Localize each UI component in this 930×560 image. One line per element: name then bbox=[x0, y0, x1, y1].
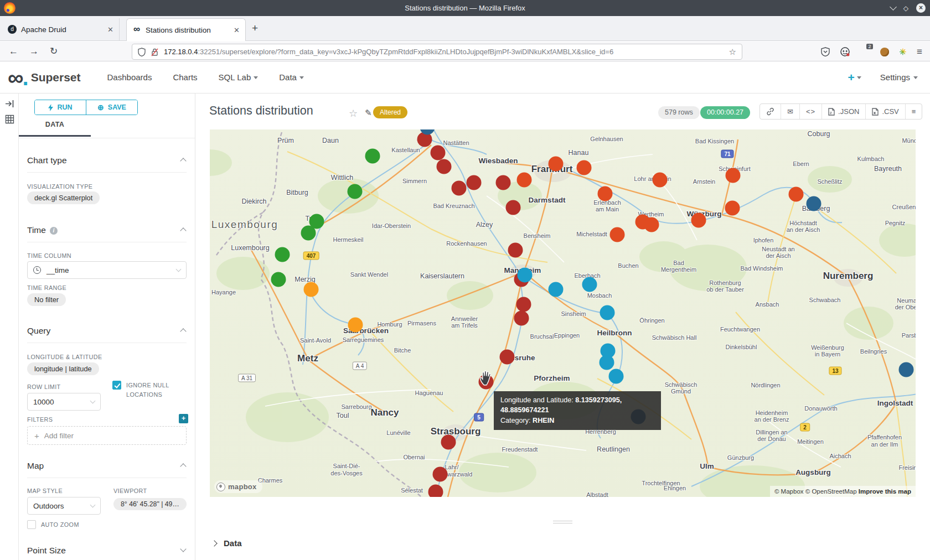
map-data-point-main[interactable] bbox=[577, 160, 592, 175]
section-chart-type[interactable]: Chart type bbox=[27, 155, 187, 173]
map-data-point-main[interactable] bbox=[653, 173, 668, 188]
ignore-null-checkbox[interactable] bbox=[112, 381, 121, 390]
map-data-point-rhein[interactable] bbox=[433, 467, 448, 482]
map-data-point-mosel[interactable] bbox=[301, 226, 316, 241]
lonlat-value[interactable]: longitude | latitude bbox=[27, 362, 99, 375]
section-point-size[interactable]: Point Size bbox=[27, 546, 187, 560]
tab-close-icon[interactable]: ✕ bbox=[234, 26, 240, 34]
run-button[interactable]: RUN bbox=[35, 100, 86, 115]
map-data-point-mosel[interactable] bbox=[348, 184, 363, 199]
map-data-point-main[interactable] bbox=[549, 157, 564, 172]
section-map[interactable]: Map bbox=[27, 461, 187, 478]
forward-button[interactable]: → bbox=[29, 46, 39, 57]
tab-apache-druid[interactable]: d Apache Druid ✕ bbox=[2, 18, 120, 40]
map-data-point-donau[interactable] bbox=[899, 362, 914, 377]
row-limit-select[interactable]: 10000 bbox=[27, 393, 101, 411]
map-data-point-rhein[interactable] bbox=[516, 297, 531, 312]
cookie-extension-icon[interactable] bbox=[880, 48, 889, 56]
map-data-point-saar[interactable] bbox=[348, 318, 363, 333]
viewport-value[interactable]: 8° 46' 45.28" | 49… bbox=[113, 498, 187, 510]
map-data-point-main[interactable] bbox=[598, 186, 613, 201]
map-data-point-main[interactable] bbox=[726, 168, 741, 183]
map-data-point-rhein[interactable] bbox=[437, 159, 452, 174]
colorful-extension-icon[interactable]: ✳ bbox=[900, 47, 907, 57]
map-data-point-saar[interactable] bbox=[304, 282, 319, 297]
map-data-point-main[interactable] bbox=[691, 213, 706, 228]
embed-code-button[interactable]: <> bbox=[799, 104, 822, 119]
new-tab-button[interactable]: + bbox=[252, 23, 258, 33]
insecure-lock-icon[interactable] bbox=[151, 48, 159, 56]
ublock-icon[interactable]: 2 bbox=[860, 47, 870, 57]
window-close-icon[interactable]: × bbox=[916, 3, 926, 13]
tab-close-icon[interactable]: ✕ bbox=[107, 25, 113, 34]
altered-badge[interactable]: Altered bbox=[373, 106, 407, 118]
map-data-point-mosel[interactable] bbox=[365, 149, 380, 164]
settings-menu[interactable]: Settings bbox=[880, 72, 918, 82]
window-minimize-icon[interactable] bbox=[890, 3, 897, 11]
add-filter-plus-button[interactable]: + bbox=[179, 414, 188, 423]
map-data-point-neckar[interactable] bbox=[600, 305, 615, 320]
export-json-button[interactable]: .JSON bbox=[822, 104, 865, 119]
reload-button[interactable]: ↻ bbox=[50, 45, 58, 57]
deckgl-scatter-map[interactable]: PrümDaunNastättenGelnhausenHanauBad Kiss… bbox=[210, 129, 916, 497]
nav-dashboards[interactable]: Dashboards bbox=[107, 72, 152, 82]
map-data-point-rhein[interactable] bbox=[467, 175, 482, 190]
map-data-point-neckar[interactable] bbox=[582, 277, 597, 292]
tab-data[interactable]: DATA bbox=[19, 118, 91, 137]
nav-sql-lab[interactable]: SQL Lab bbox=[219, 72, 259, 82]
map-data-point-main[interactable] bbox=[789, 187, 804, 202]
chart-menu-button[interactable]: ≡ bbox=[905, 104, 922, 119]
add-new-button[interactable]: + bbox=[848, 71, 861, 84]
window-maximize-icon[interactable]: ◇ bbox=[903, 5, 908, 12]
nav-charts[interactable]: Charts bbox=[173, 72, 197, 82]
save-button[interactable]: ⊕ SAVE bbox=[86, 100, 137, 115]
collapse-panel-icon[interactable] bbox=[5, 99, 14, 108]
map-data-point-main[interactable] bbox=[610, 227, 625, 242]
favorite-star-icon[interactable]: ☆ bbox=[349, 107, 358, 120]
map-data-point-rhein[interactable] bbox=[452, 181, 467, 196]
map-data-point-rhein[interactable] bbox=[431, 146, 446, 160]
dataset-grid-icon[interactable] bbox=[5, 115, 14, 124]
export-csv-button[interactable]: .CSV bbox=[865, 104, 905, 119]
map-data-point-rhein[interactable] bbox=[500, 350, 515, 365]
tab-stations-distribution[interactable]: ∞ Stations distribution ✕ bbox=[126, 18, 246, 41]
copy-link-button[interactable] bbox=[760, 104, 781, 119]
back-button[interactable]: ← bbox=[9, 46, 18, 57]
section-time[interactable]: Timei bbox=[27, 225, 187, 242]
map-data-point-rhein[interactable] bbox=[428, 485, 443, 497]
auto-zoom-checkbox[interactable] bbox=[27, 520, 36, 529]
url-field[interactable]: 172.18.0.4:32251/superset/explore/?form_… bbox=[132, 44, 742, 60]
improve-map-link[interactable]: Improve this map bbox=[859, 488, 911, 495]
edit-properties-icon[interactable]: ✎ bbox=[365, 108, 372, 118]
map-style-select[interactable]: Outdoors bbox=[27, 497, 101, 515]
permissions-shield-icon[interactable] bbox=[138, 48, 146, 56]
map-data-point-neckar[interactable] bbox=[609, 369, 624, 384]
email-button[interactable]: ✉ bbox=[781, 104, 799, 119]
section-query[interactable]: Query bbox=[27, 326, 187, 343]
map-data-point-main[interactable] bbox=[725, 201, 740, 216]
add-filter-field[interactable]: + Add filter bbox=[27, 426, 187, 445]
superset-logo[interactable]: ∞. Superset bbox=[8, 69, 81, 86]
map-data-point-donau[interactable] bbox=[807, 196, 822, 211]
firefox-menu-icon[interactable]: ≡ bbox=[917, 46, 922, 58]
resize-handle[interactable] bbox=[553, 521, 572, 525]
map-data-point-rhein[interactable] bbox=[514, 311, 529, 326]
map-data-point-neckar[interactable] bbox=[518, 268, 533, 283]
map-data-point-rhein[interactable] bbox=[506, 200, 521, 215]
map-data-point-neckar[interactable] bbox=[549, 282, 564, 297]
map-data-point-rhein[interactable] bbox=[496, 175, 511, 190]
mask-extension-icon[interactable] bbox=[840, 47, 850, 56]
data-panel-toggle[interactable]: Data bbox=[212, 538, 242, 548]
nav-data[interactable]: Data bbox=[279, 72, 304, 82]
time-column-select[interactable]: __time bbox=[27, 261, 187, 279]
mapbox-logo[interactable]: mapbox bbox=[214, 480, 262, 493]
map-data-point-mosel[interactable] bbox=[275, 247, 290, 262]
map-data-point-rhein[interactable] bbox=[441, 435, 456, 450]
map-data-point-mosel[interactable] bbox=[271, 272, 286, 287]
map-data-point-main[interactable] bbox=[517, 173, 532, 188]
viz-type-value[interactable]: deck.gl Scatterplot bbox=[27, 191, 100, 204]
bookmark-star-icon[interactable]: ☆ bbox=[729, 47, 736, 57]
time-range-value[interactable]: No filter bbox=[27, 293, 66, 306]
map-data-point-main[interactable] bbox=[644, 217, 659, 232]
map-data-point-neckar[interactable] bbox=[600, 355, 614, 370]
